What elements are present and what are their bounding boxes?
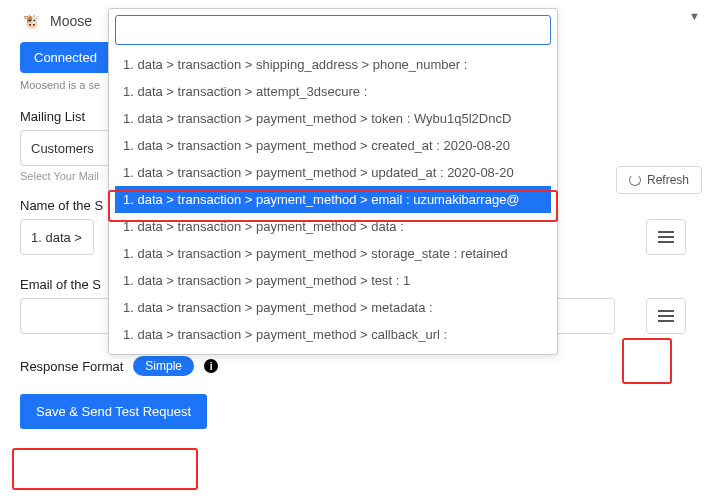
hamburger-icon	[658, 320, 674, 322]
dropdown-item[interactable]: 1. data > transaction > shipping_address…	[115, 51, 551, 78]
refresh-button[interactable]: Refresh	[616, 166, 702, 194]
dropdown-item[interactable]: 1. data > transaction > payment_method >…	[115, 321, 551, 348]
dropdown-item-selected[interactable]: 1. data > transaction > payment_method >…	[115, 186, 551, 213]
dropdown-item[interactable]: 1. data > transaction > payment_method >…	[115, 240, 551, 267]
hamburger-icon	[658, 231, 674, 233]
hamburger-icon	[658, 310, 674, 312]
dropdown-item[interactable]: 1. data > transaction > payment_method >…	[115, 132, 551, 159]
name-field-menu-button[interactable]	[646, 219, 686, 255]
hamburger-icon	[658, 241, 674, 243]
highlight-save-button	[12, 448, 198, 490]
dropdown-item[interactable]: 1. data > transaction > payment_method >…	[115, 213, 551, 240]
response-format-badge[interactable]: Simple	[133, 356, 194, 376]
dropdown-item[interactable]: 1. data > transaction > payment_method >…	[115, 159, 551, 186]
refresh-label: Refresh	[647, 173, 689, 187]
dropdown-item[interactable]: 1. data > transaction > payment_method >…	[115, 267, 551, 294]
refresh-icon	[629, 174, 641, 186]
info-icon[interactable]: i	[204, 359, 218, 373]
name-field-input[interactable]	[20, 219, 94, 255]
response-format-label: Response Format	[20, 359, 123, 374]
dropdown-item[interactable]: 1. data > transaction > payment_method >…	[115, 105, 551, 132]
app-logo-icon: 🐮	[20, 10, 42, 32]
mailing-list-select[interactable]	[20, 130, 116, 166]
dropdown-item[interactable]: 1. data > transaction > payment_method >…	[115, 294, 551, 321]
dropdown-list[interactable]: 1. data > transaction > shipping_address…	[115, 51, 551, 348]
top-dropdown-caret[interactable]: ▼	[689, 10, 700, 22]
connected-button[interactable]: Connected	[20, 42, 111, 73]
app-name: Moose	[50, 13, 92, 29]
hamburger-icon	[658, 236, 674, 238]
hamburger-icon	[658, 315, 674, 317]
email-field-menu-button[interactable]	[646, 298, 686, 334]
dropdown-item[interactable]: 1. data > transaction > attempt_3dsecure…	[115, 78, 551, 105]
dropdown-search-input[interactable]	[115, 15, 551, 45]
save-send-test-button[interactable]: Save & Send Test Request	[20, 394, 207, 429]
field-picker-dropdown: 1. data > transaction > shipping_address…	[108, 8, 558, 355]
